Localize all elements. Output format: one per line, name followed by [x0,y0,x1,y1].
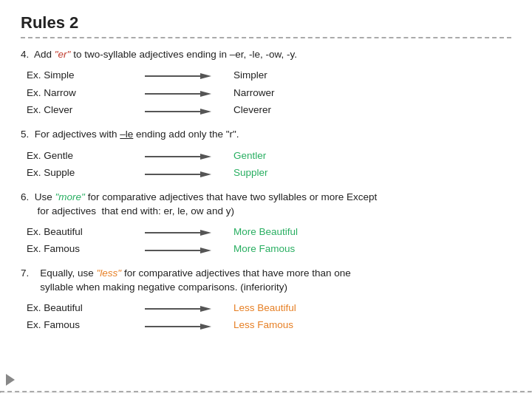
rule-7-number: 7. Equally, use [21,267,97,279]
rule-7-arrows [145,300,233,335]
rule-6-left-words: Ex. Beautiful Ex. Famous [27,224,145,257]
rule-6-block: 6. Use "more" for comparative adjectives… [21,190,511,259]
rule-5-text: 5. For adjectives with –le ending add on… [21,127,511,142]
ex-gentle: Ex. Gentle [27,148,145,164]
bottom-triangle-indicator [6,374,15,386]
result-less-famous: Less Famous [233,317,296,333]
rule-6-right-words: More Beautiful More Famous [233,224,298,257]
ex-clever: Ex. Clever [27,102,145,118]
bottom-divider [0,391,532,393]
rule-6-number: 6. Use [21,191,55,202]
rule-5-examples: Ex. Gentle Ex. Supple Gentler Suppler [27,148,511,183]
result-less-beautiful: Less Beautiful [233,300,296,316]
rule-6-more-highlight: "more" [55,191,85,202]
rule-5-arrows [145,148,233,183]
ex-supple: Ex. Supple [27,165,145,181]
rule-6-text: 6. Use "more" for comparative adjectives… [21,190,511,219]
arrow-9 [145,318,233,335]
rule-4-block: 4. Add "er" to two-syllable adjectives e… [21,47,511,120]
rule-7-right-words: Less Beautiful Less Famous [233,300,296,333]
ex-famous-6: Ex. Famous [27,241,145,257]
svg-marker-3 [200,91,211,97]
arrow-2 [145,86,233,102]
ex-simple: Ex. Simple [27,67,145,83]
ex-narrow: Ex. Narrow [27,85,145,101]
arrow-4 [145,149,233,165]
rule-4-rest: to two-syllable adjectives ending in –er… [70,49,297,60]
result-simpler: Simpler [233,67,275,83]
rule-7-block: 7. Equally, use "less" for comparative a… [21,266,511,335]
page-title: Rules 2 [21,13,511,33]
ex-famous-7: Ex. Famous [27,317,145,333]
rule-6-examples: Ex. Beautiful Ex. Famous More Beautiful … [27,224,511,259]
arrow-6 [145,225,233,241]
rule-7-less-highlight: "less" [97,267,122,279]
svg-marker-5 [200,109,211,115]
result-more-famous: More Famous [233,241,298,257]
rule-4-right-words: Simpler Narrower Cleverer [233,67,275,118]
result-gentler: Gentler [233,148,268,164]
result-suppler: Suppler [233,165,268,181]
rule-5-right-words: Gentler Suppler [233,148,268,181]
ex-beautiful-7: Ex. Beautiful [27,300,145,316]
rule-5-le: –le [120,129,133,140]
rule-5-left-words: Ex. Gentle Ex. Supple [27,148,145,181]
arrow-1 [145,68,233,84]
rule-5-block: 5. For adjectives with –le ending add on… [21,127,511,182]
rule-7-examples: Ex. Beautiful Ex. Famous Less Beautiful … [27,300,511,335]
top-divider [21,37,511,38]
arrow-7 [145,242,233,259]
rule-4-arrows [145,67,233,120]
result-cleverer: Cleverer [233,102,275,118]
result-more-beautiful: More Beautiful [233,224,298,240]
rule-7-text: 7. Equally, use "less" for comparative a… [21,266,511,295]
rule-4-number: 4. Add [21,49,55,60]
rule-4-er-highlight: "er" [55,49,71,60]
svg-marker-11 [200,230,211,236]
svg-marker-17 [200,324,211,330]
rule-5-number: 5. For adjectives with [21,129,120,140]
arrow-8 [145,301,233,317]
arrow-5 [145,166,233,183]
rule-7-left-words: Ex. Beautiful Ex. Famous [27,300,145,333]
svg-marker-13 [200,248,211,253]
rule-4-left-words: Ex. Simple Ex. Narrow Ex. Clever [27,67,145,118]
rule-6-arrows [145,224,233,259]
svg-marker-1 [200,73,211,79]
rule-4-examples: Ex. Simple Ex. Narrow Ex. Clever Simpler… [27,67,511,120]
ex-beautiful-6: Ex. Beautiful [27,224,145,240]
svg-marker-15 [200,306,211,312]
svg-marker-7 [200,154,211,160]
svg-marker-9 [200,171,211,177]
rule-5-rest: ending add only the "r". [133,129,239,140]
rule-4-text: 4. Add "er" to two-syllable adjectives e… [21,47,511,62]
result-narrower: Narrower [233,85,275,101]
page: Rules 2 4. Add "er" to two-syllable adje… [0,0,532,399]
arrow-3 [145,103,233,120]
